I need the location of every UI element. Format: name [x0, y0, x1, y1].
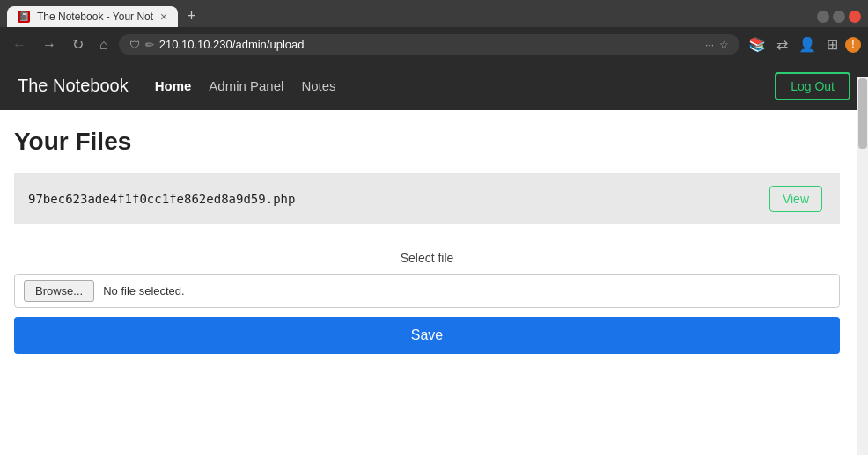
grid-icon[interactable]: ⊞: [823, 33, 842, 56]
browse-button[interactable]: Browse...: [24, 280, 94, 302]
window-close-button[interactable]: [849, 11, 861, 23]
window-minimize-button[interactable]: [817, 11, 829, 23]
nav-admin-panel[interactable]: Admin Panel: [209, 75, 283, 97]
address-bar[interactable]: 🛡 ✏ 210.10.10.230/admin/upload ··· ☆: [119, 34, 739, 55]
app-nav: Home Admin Panel Notes: [155, 75, 776, 97]
more-icon[interactable]: ···: [705, 39, 714, 51]
address-actions: ··· ☆: [705, 39, 729, 51]
view-button[interactable]: View: [769, 186, 822, 212]
bookmark-icon[interactable]: ☆: [719, 39, 729, 51]
upload-section: Select file Browse... No file selected. …: [14, 251, 840, 354]
edit-icon: ✏: [145, 39, 154, 51]
page-title: Your Files: [14, 128, 840, 156]
forward-button[interactable]: →: [37, 33, 62, 56]
sync-icon[interactable]: ⇄: [773, 33, 791, 56]
account-icon[interactable]: 👤: [795, 33, 820, 56]
select-file-label: Select file: [14, 251, 840, 265]
tab-close-button[interactable]: ×: [160, 11, 167, 23]
back-button[interactable]: ←: [7, 33, 32, 56]
scrollbar-track[interactable]: [857, 77, 868, 455]
main-content: Your Files 97bec623ade4f1f0cc1fe862ed8a9…: [0, 110, 854, 371]
tab-title: The Notebook - Your Not: [37, 11, 153, 23]
table-row: 97bec623ade4f1f0cc1fe862ed8a9d59.php Vie…: [14, 173, 840, 224]
app-brand: The Notebook: [18, 76, 129, 96]
app-header: The Notebook Home Admin Panel Notes Log …: [0, 62, 868, 110]
file-name: 97bec623ade4f1f0cc1fe862ed8a9d59.php: [14, 173, 656, 224]
nav-notes[interactable]: Notes: [301, 75, 335, 97]
tab-favicon: [18, 11, 30, 23]
scrollbar-thumb[interactable]: [858, 78, 867, 149]
toolbar-icons: 📚 ⇄ 👤 ⊞ !: [745, 33, 861, 56]
shield-icon: 🛡: [129, 39, 140, 51]
files-table: 97bec623ade4f1f0cc1fe862ed8a9d59.php Vie…: [14, 173, 840, 224]
save-button[interactable]: Save: [14, 317, 840, 354]
new-tab-button[interactable]: +: [181, 5, 202, 27]
home-button[interactable]: ⌂: [94, 33, 114, 56]
file-input-row: Browse... No file selected.: [14, 274, 840, 308]
browser-tab[interactable]: The Notebook - Your Not ×: [7, 6, 178, 27]
window-restore-button[interactable]: [833, 11, 845, 23]
nav-home[interactable]: Home: [155, 75, 192, 97]
no-file-text: No file selected.: [103, 284, 185, 297]
logout-button[interactable]: Log Out: [775, 72, 850, 100]
address-text: 210.10.10.230/admin/upload: [159, 38, 700, 51]
notification-icon[interactable]: !: [845, 37, 861, 53]
reload-button[interactable]: ↻: [67, 33, 89, 56]
library-icon[interactable]: 📚: [745, 33, 769, 56]
